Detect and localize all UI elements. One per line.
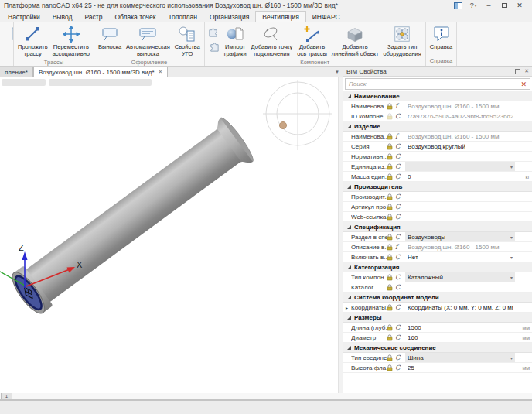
puzzle-button[interactable]: [207, 26, 221, 40]
dock-icon[interactable]: [515, 69, 520, 74]
lock-icon[interactable]: [387, 364, 395, 371]
import-graphics-button[interactable]: Импортграфики: [222, 23, 249, 58]
menu-tab-Настройки[interactable]: Настройки: [2, 12, 46, 22]
collapse-icon[interactable]: [347, 265, 351, 269]
property-value[interactable]: Воздуховод шн. Ø160 - 1500 мм: [405, 101, 515, 111]
maximize-button[interactable]: [496, 0, 512, 11]
property-row[interactable]: Раздел в спе...CВоздуховоды▾: [343, 232, 532, 242]
close-button[interactable]: ✕: [512, 0, 527, 11]
lock-icon[interactable]: [387, 354, 395, 361]
property-value[interactable]: Нет▾: [405, 252, 515, 262]
menu-tab-Организация[interactable]: Организация: [203, 12, 255, 22]
viewport-scrollbar[interactable]: [338, 77, 343, 393]
section-row[interactable]: Механическое соединение: [343, 343, 532, 353]
property-row[interactable]: Производит...C: [343, 192, 532, 202]
property-row[interactable]: СерияCВоздуховод круглый: [343, 142, 532, 152]
property-row[interactable]: Тип соедине..CШина▾: [343, 353, 532, 363]
property-value[interactable]: ▾: [405, 162, 515, 171]
help-button[interactable]: Справка: [428, 23, 455, 51]
property-value[interactable]: Координаты (X: 0 мм, Y: 0 мм, Z: 0 мм), …: [405, 303, 515, 312]
section-row[interactable]: Изделие: [343, 121, 532, 132]
collapse-icon[interactable]: [347, 296, 351, 299]
property-value[interactable]: 0: [405, 172, 515, 181]
section-row[interactable]: Категоризация: [343, 262, 532, 272]
duct-model[interactable]: [5, 115, 257, 320]
account-panel-icon[interactable]: [450, 0, 466, 11]
property-row[interactable]: Нормативн...C: [343, 152, 532, 162]
lock-icon[interactable]: [387, 153, 395, 160]
clipped-button[interactable]: [0, 23, 14, 44]
property-row[interactable]: ▸Координаты...CКоординаты (X: 0 мм, Y: 0…: [343, 303, 532, 313]
section-row[interactable]: Размеры: [343, 313, 532, 323]
property-row[interactable]: Артикул про...C: [343, 202, 532, 212]
help-menu-button[interactable]: ?▾: [466, 0, 481, 11]
property-row[interactable]: ДиаметрC160мм: [343, 333, 532, 343]
lock-icon[interactable]: [387, 334, 395, 341]
locator-dot[interactable]: [280, 122, 287, 129]
puzzle2-button[interactable]: [207, 41, 221, 55]
property-value[interactable]: [405, 212, 515, 221]
property-row[interactable]: Наименова..fВоздуховод шн. Ø160 - 1500 м…: [343, 101, 532, 111]
dropdown-icon[interactable]: ▾: [509, 164, 513, 169]
collapse-icon[interactable]: [347, 125, 351, 128]
menu-tab-Облака точек[interactable]: Облака точек: [108, 12, 162, 22]
clear-search-icon[interactable]: ✕: [520, 80, 527, 88]
lock-icon[interactable]: [387, 173, 395, 180]
lock-icon[interactable]: [387, 193, 395, 200]
collapse-icon[interactable]: [347, 94, 351, 98]
property-value[interactable]: Воздуховоды▾: [405, 232, 515, 241]
menu-tab-Топоплан[interactable]: Топоплан: [162, 12, 203, 22]
lock-icon[interactable]: [387, 324, 395, 331]
lock-icon[interactable]: [387, 284, 395, 291]
menu-tab-Растр[interactable]: Растр: [78, 12, 108, 22]
property-row[interactable]: Наименова..fВоздуховод шн. Ø160 - 1500 м…: [343, 132, 532, 142]
property-row[interactable]: Единица из...C▾: [343, 162, 532, 172]
layout-tab[interactable]: 1: [1, 392, 12, 399]
property-value[interactable]: Воздуховод шн. Ø160 - 1500 мм: [405, 242, 515, 251]
property-value[interactable]: Воздуховод круглый: [405, 142, 515, 151]
lock-icon[interactable]: [387, 133, 395, 140]
minimize-button[interactable]: –: [481, 0, 496, 11]
doc-tab[interactable]: пление*: [0, 67, 33, 77]
collapse-icon[interactable]: [347, 346, 351, 350]
property-row[interactable]: Масса един...C0кг: [343, 172, 532, 182]
section-row[interactable]: Спецификация: [343, 222, 532, 232]
property-row[interactable]: Тип компон...CКаталожный▾: [343, 272, 532, 282]
property-row[interactable]: КаталогC: [343, 282, 532, 293]
collapse-icon[interactable]: [347, 225, 351, 229]
section-row[interactable]: Производитель: [343, 182, 532, 192]
property-value[interactable]: [405, 282, 515, 292]
command-area[interactable]: [0, 401, 532, 414]
property-value[interactable]: [405, 152, 515, 161]
lock-icon[interactable]: [387, 113, 395, 120]
dropdown-icon[interactable]: ▾: [509, 255, 513, 260]
panel-close-icon[interactable]: ✕: [524, 68, 529, 74]
section-row[interactable]: Наименование: [343, 91, 532, 101]
callout-button[interactable]: Выноска: [96, 23, 124, 51]
dropdown-icon[interactable]: ▾: [509, 234, 513, 240]
add-route-axis-button[interactable]: Добавитьось трассы: [295, 23, 329, 58]
move-assoc-button[interactable]: Переместитьассоциативно: [50, 23, 92, 58]
menu-tab-ИНФАРС[interactable]: ИНФАРС: [306, 12, 346, 22]
collapse-icon[interactable]: [347, 185, 351, 189]
lock-icon[interactable]: [387, 143, 395, 150]
lock-icon[interactable]: [387, 304, 395, 311]
property-row[interactable]: Длина (глуб...C1500мм: [343, 323, 532, 333]
property-row[interactable]: ID компоне...Cf7a97876-590a-4a02-9bf8-fb…: [343, 111, 532, 121]
property-value[interactable]: Воздуховод шн. Ø160 - 1500 мм: [405, 132, 515, 141]
add-connection-point-button[interactable]: Добавить точкуподключения: [249, 23, 295, 58]
property-row[interactable]: Высота фла...C25мм: [343, 363, 532, 373]
ugo-props-button[interactable]: СвойстваУГО: [172, 23, 203, 58]
lock-icon[interactable]: [387, 234, 395, 241]
lock-icon[interactable]: [387, 254, 395, 261]
auto-callout-button[interactable]: Автоматическаявыноска: [124, 23, 172, 58]
section-row[interactable]: Система координат модели: [343, 293, 532, 303]
close-tab-icon[interactable]: ✕: [159, 69, 163, 75]
property-value[interactable]: [405, 192, 515, 201]
search-input[interactable]: Поиск ✕: [345, 78, 530, 90]
menu-tab-Вентиляция[interactable]: Вентиляция: [255, 11, 306, 22]
expand-icon[interactable]: ▸: [346, 305, 351, 310]
route-button[interactable]: Проложитьтрассу: [15, 23, 50, 58]
property-row[interactable]: Описание в...fВоздуховод шн. Ø160 - 1500…: [343, 242, 532, 252]
navigation-locator[interactable]: [263, 80, 332, 150]
